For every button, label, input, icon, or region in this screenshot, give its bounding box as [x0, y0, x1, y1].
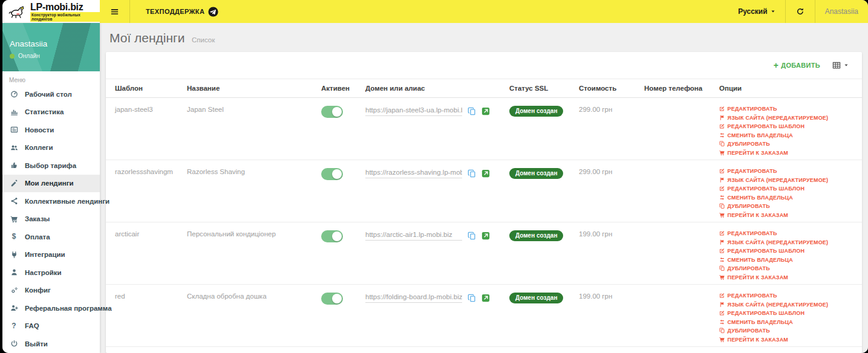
sidebar-item-colleagues[interactable]: Коллеги	[2, 139, 100, 157]
edit-icon	[719, 123, 725, 129]
option-duplicate[interactable]: ДУБЛИРОВАТЬ	[719, 203, 858, 209]
menu-section-label: Меню	[2, 71, 100, 85]
power-icon	[9, 340, 19, 348]
swap-icon	[719, 319, 725, 325]
option-site-language[interactable]: ЯЗЫК САЙТА (НЕРЕДАКТИРУЕМОЕ)	[719, 302, 858, 308]
sidebar-item-faq[interactable]: ?FAQ	[2, 317, 100, 335]
option-duplicate[interactable]: ДУБЛИРОВАТЬ	[719, 265, 858, 271]
add-button[interactable]: +ДОБАВИТЬ	[774, 62, 820, 69]
sidebar-item-config[interactable]: Конфиг	[2, 282, 100, 300]
page-subtitle: Список	[192, 36, 215, 44]
cart-icon	[719, 150, 725, 156]
landings-card: +ДОБАВИТЬ Шаблон Название Активен Домен …	[106, 52, 862, 353]
open-site-icon[interactable]	[481, 294, 490, 302]
flag-icon	[719, 115, 725, 121]
phone-cell	[641, 98, 716, 160]
option-edit-template[interactable]: РЕДАКТИРОВАТЬ ШАБЛОН	[719, 248, 858, 254]
active-toggle[interactable]	[321, 293, 343, 305]
domain-input[interactable]	[365, 106, 462, 116]
edit-icon	[719, 106, 725, 112]
open-site-icon[interactable]	[481, 232, 490, 240]
landings-table: Шаблон Название Активен Домен или алиас …	[106, 79, 862, 353]
domain-input[interactable]	[365, 293, 462, 303]
copy-domain-icon[interactable]	[468, 169, 476, 178]
option-change-owner[interactable]: СМЕНИТЬ ВЛАДЕЛЬЦА	[719, 195, 858, 201]
dashboard-icon	[9, 90, 19, 98]
ssl-status-badge: Домен создан	[509, 293, 563, 303]
sidebar-item-news[interactable]: Новости	[2, 121, 100, 139]
logo-dog-icon	[7, 3, 27, 20]
option-go-to-orders[interactable]: ПЕРЕЙТИ К ЗАКАЗАМ	[719, 212, 858, 218]
option-change-owner[interactable]: СМЕНИТЬ ВЛАДЕЛЬЦА	[719, 257, 858, 263]
option-change-owner[interactable]: СМЕНИТЬ ВЛАДЕЛЬЦА	[719, 132, 858, 138]
ssl-status-badge: Домен создан	[509, 230, 563, 241]
active-toggle[interactable]	[321, 106, 343, 118]
dollar-icon: $	[9, 233, 19, 241]
col-price: Стоимость	[575, 79, 641, 98]
sidebar-item-referral[interactable]: Реферальная программа	[2, 299, 100, 317]
sidebar-item-statistics[interactable]: Статистика	[2, 103, 100, 121]
sidebar-item-integrations[interactable]: Интеграции	[2, 246, 100, 264]
domain-input[interactable]	[365, 230, 462, 241]
option-go-to-orders[interactable]: ПЕРЕЙТИ К ЗАКАЗАМ	[719, 337, 858, 343]
share-icon	[9, 197, 19, 205]
option-edit[interactable]: РЕДАКТИРОВАТЬ	[719, 230, 858, 236]
logo[interactable]: LP-mobi.biz Конструктор мобильных лендин…	[2, 0, 100, 23]
question-icon: ?	[9, 322, 19, 330]
option-go-to-orders[interactable]: ПЕРЕЙТИ К ЗАКАЗАМ	[719, 274, 858, 280]
option-edit[interactable]: РЕДАКТИРОВАТЬ	[719, 168, 858, 174]
support-button[interactable]: ТЕХПОДДЕРЖКА	[130, 0, 234, 23]
option-edit[interactable]: РЕДАКТИРОВАТЬ	[719, 106, 858, 112]
menu-toggle-button[interactable]	[100, 0, 130, 23]
option-edit[interactable]: РЕДАКТИРОВАТЬ	[719, 293, 858, 299]
refresh-button[interactable]	[786, 0, 815, 23]
col-ssl: Статус SSL	[506, 79, 575, 98]
edit-icon	[719, 293, 725, 299]
option-edit-template[interactable]: РЕДАКТИРОВАТЬ ШАБЛОН	[719, 310, 858, 316]
option-site-language[interactable]: ЯЗЫК САЙТА (НЕРЕДАКТИРУЕМОЕ)	[719, 115, 858, 121]
sidebar-item-orders[interactable]: Заказы	[2, 210, 100, 228]
refresh-icon	[796, 7, 804, 16]
option-change-owner[interactable]: СМЕНИТЬ ВЛАДЕЛЬЦА	[719, 319, 858, 325]
language-label: Русский	[738, 7, 768, 16]
copy-domain-icon[interactable]	[468, 232, 476, 240]
user-menu-button[interactable]: Anastasiia	[815, 0, 868, 23]
option-duplicate[interactable]: ДУБЛИРОВАТЬ	[719, 328, 858, 334]
online-status-label: Онлайн	[18, 53, 40, 59]
sidebar-item-collective-landings[interactable]: Коллективные лендинги	[2, 192, 100, 210]
ssl-status-badge: Домен создан	[509, 106, 563, 117]
domain-input[interactable]	[365, 168, 462, 178]
table-row: arcticair Персональний кондиціонер Домен…	[106, 222, 862, 285]
open-site-icon[interactable]	[481, 169, 490, 178]
open-site-icon[interactable]	[481, 107, 490, 115]
sidebar-item-payment[interactable]: $Оплата	[2, 228, 100, 246]
columns-dropdown-button[interactable]	[832, 61, 849, 70]
sidebar-item-settings[interactable]: Настройки	[2, 264, 100, 282]
active-toggle[interactable]	[321, 168, 343, 180]
option-edit-template[interactable]: РЕДАКТИРОВАТЬ ШАБЛОН	[719, 123, 858, 129]
logo-subtitle: Конструктор мобильных лендингов	[30, 12, 100, 22]
chevron-down-icon	[771, 9, 775, 14]
option-site-language[interactable]: ЯЗЫК САЙТА (НЕРЕДАКТИРУЕМОЕ)	[719, 177, 858, 183]
language-dropdown[interactable]: Русский	[728, 0, 785, 23]
gears-icon	[9, 287, 19, 294]
option-site-language[interactable]: ЯЗЫК САЙТА (НЕРЕДАКТИРУЕМОЕ)	[719, 239, 858, 245]
option-edit-template[interactable]: РЕДАКТИРОВАТЬ ШАБЛОН	[719, 186, 858, 192]
copy-icon	[719, 203, 725, 209]
sidebar-item-dashboard[interactable]: Рабочий стол	[2, 85, 100, 103]
copy-domain-icon[interactable]	[468, 294, 476, 302]
sidebar-item-tariff[interactable]: Выбор тарифа	[2, 157, 100, 175]
sidebar-item-logout[interactable]: Выйти	[2, 335, 100, 353]
table-row: razorlessshavingm Razorless Shaving Доме…	[106, 160, 862, 222]
active-toggle[interactable]	[321, 230, 343, 242]
copy-domain-icon[interactable]	[468, 107, 476, 115]
name-cell: Складна обробна дошка	[183, 285, 318, 347]
copy-icon	[719, 265, 725, 271]
main-content: Мої лендінги Список +ДОБАВИТЬ Шаблон	[100, 23, 868, 353]
sidebar-user-panel: Anastasiia Онлайн	[2, 23, 100, 71]
price-cell: 299.00 грн	[575, 160, 641, 222]
sidebar-item-my-landings[interactable]: Мои лендинги	[2, 175, 100, 193]
option-go-to-orders[interactable]: ПЕРЕЙТИ К ЗАКАЗАМ	[719, 150, 858, 156]
option-duplicate[interactable]: ДУБЛИРОВАТЬ	[719, 141, 858, 147]
phone-cell	[641, 160, 716, 222]
